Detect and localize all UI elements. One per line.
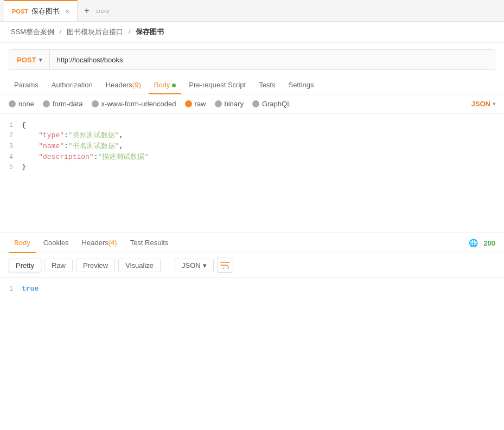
- json-type-label: JSON: [471, 100, 490, 108]
- tab-headers[interactable]: Headers(9): [100, 76, 146, 94]
- code-line-2: 2 "type":"类别测试数据",: [0, 130, 504, 140]
- response-status-badge: 200: [483, 239, 495, 247]
- breadcrumb-current: 保存图书: [136, 28, 164, 36]
- tab-settings[interactable]: Settings: [283, 76, 319, 94]
- tab-close-button[interactable]: ×: [65, 7, 69, 16]
- json-type-chevron-icon: ▾: [493, 101, 495, 107]
- breadcrumb-part-2: 图书模块后台接口: [67, 28, 123, 36]
- code-editor[interactable]: 1 { 2 "type":"类别测试数据", 3 "name":"书名测试数据"…: [0, 114, 504, 233]
- code-line-4: 4 "description":"描述测试数据": [0, 151, 504, 162]
- url-input[interactable]: [50, 56, 495, 64]
- radio-graphql-circle: [252, 100, 259, 107]
- radio-form-data[interactable]: form-data: [43, 100, 83, 108]
- breadcrumb-part-1: SSM整合案例: [11, 28, 54, 36]
- breadcrumb: SSM整合案例 / 图书模块后台接口 / 保存图书: [0, 22, 504, 43]
- radio-none[interactable]: none: [9, 100, 34, 108]
- preview-button[interactable]: Preview: [76, 259, 115, 272]
- tab-pre-request[interactable]: Pre-request Script: [183, 76, 251, 94]
- active-tab[interactable]: POST 保存图书 ×: [4, 0, 78, 21]
- breadcrumb-sep-1: /: [60, 28, 63, 36]
- method-label: POST: [17, 56, 36, 64]
- resp-line-1: 1 true: [0, 284, 504, 293]
- radio-graphql[interactable]: GraphQL: [252, 100, 291, 108]
- tab-body[interactable]: Body: [149, 76, 182, 94]
- tab-params[interactable]: Params: [9, 76, 44, 94]
- radio-form-data-circle: [43, 100, 50, 107]
- globe-icon: 🌐: [469, 239, 478, 247]
- resp-json-chevron-icon: ▾: [203, 261, 207, 269]
- radio-raw-circle: [185, 100, 192, 107]
- resp-tab-body[interactable]: Body: [9, 233, 36, 253]
- code-line-5: 5 }: [0, 162, 504, 171]
- resp-json-label: JSON: [182, 261, 201, 269]
- response-tabs: Body Cookies Headers(4) Test Results: [0, 233, 460, 253]
- body-type-row: none form-data x-www-form-urlencoded raw…: [0, 94, 504, 114]
- visualize-button[interactable]: Visualize: [118, 259, 161, 272]
- pretty-button[interactable]: Pretty: [9, 259, 41, 272]
- resp-tab-test-results[interactable]: Test Results: [125, 233, 174, 253]
- resp-json-dropdown[interactable]: JSON ▾: [175, 259, 214, 272]
- method-select[interactable]: POST ▾: [9, 50, 50, 69]
- url-bar: POST ▾: [9, 49, 495, 70]
- radio-raw[interactable]: raw: [185, 100, 206, 108]
- response-status-area: 🌐 200: [460, 235, 504, 251]
- breadcrumb-sep-2: /: [129, 28, 132, 36]
- method-chevron-icon: ▾: [39, 57, 42, 63]
- format-bar: Pretty Raw Preview Visualize JSON ▾: [0, 253, 504, 278]
- json-type-dropdown[interactable]: JSON ▾: [471, 100, 495, 108]
- radio-binary-circle: [215, 100, 222, 107]
- tab-authorization[interactable]: Authorization: [46, 76, 98, 94]
- code-line-3: 3 "name":"书名测试数据",: [0, 140, 504, 151]
- tab-method-badge: POST: [12, 8, 28, 15]
- radio-urlencoded[interactable]: x-www-form-urlencoded: [92, 100, 176, 108]
- raw-button[interactable]: Raw: [44, 259, 73, 272]
- resp-tab-cookies[interactable]: Cookies: [38, 233, 74, 253]
- code-line-1: 1 {: [0, 120, 504, 130]
- body-active-dot: [172, 84, 176, 87]
- tab-tests[interactable]: Tests: [253, 76, 280, 94]
- resp-tab-headers[interactable]: Headers(4): [76, 233, 123, 253]
- radio-binary[interactable]: binary: [215, 100, 244, 108]
- resp-value: true: [22, 285, 39, 293]
- response-code-area: 1 true: [0, 278, 504, 300]
- more-tabs-button[interactable]: ○○○: [95, 7, 109, 15]
- radio-none-circle: [9, 100, 16, 107]
- request-tabs: Params Authorization Headers(9) Body Pre…: [0, 76, 504, 94]
- tab-bar: POST 保存图书 × + ○○○: [0, 0, 504, 22]
- radio-urlencoded-circle: [92, 100, 99, 107]
- new-tab-button[interactable]: +: [78, 6, 95, 16]
- response-section: Body Cookies Headers(4) Test Results 🌐 2…: [0, 233, 504, 300]
- wrap-button[interactable]: [217, 258, 233, 273]
- tab-title: 保存图书: [31, 7, 60, 16]
